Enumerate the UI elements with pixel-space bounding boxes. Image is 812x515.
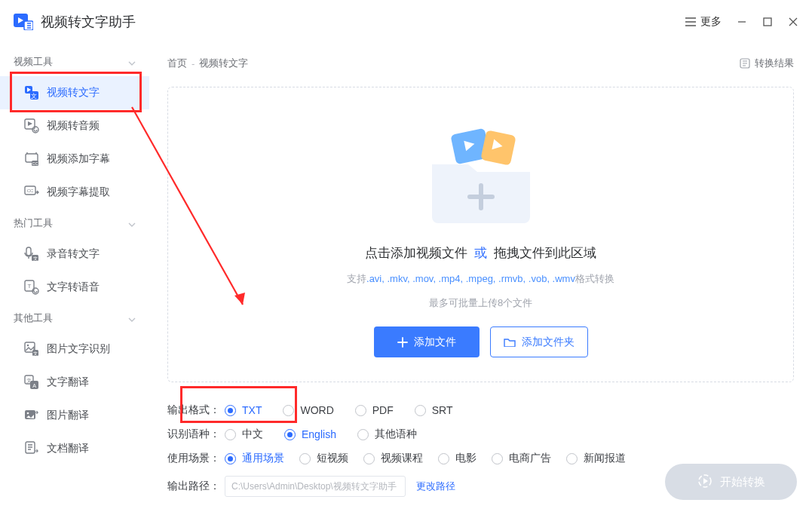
- sidebar-item-icon: 文A: [24, 375, 39, 390]
- radio-option[interactable]: 电影: [438, 452, 476, 465]
- sidebar-item-label: 视频转文字: [47, 86, 100, 100]
- dz-title-or: 或: [474, 246, 487, 260]
- sidebar-group-title[interactable]: 热门工具: [0, 209, 149, 238]
- sidebar-item-label: 文字翻译: [47, 376, 89, 389]
- svg-text:A: A: [32, 383, 36, 388]
- conversion-result-link[interactable]: 转换结果: [740, 57, 794, 70]
- radio-label: SRT: [432, 404, 453, 416]
- drop-zone-max: 最多可批量上传8个文件: [429, 296, 532, 310]
- drop-zone-title: 点击添加视频文件 或 拖拽文件到此区域: [365, 244, 596, 262]
- radio-ring-icon: [363, 453, 375, 464]
- drop-zone-formats: 支持.avi, .mkv, .mov, .mp4, .mpeg, .rmvb, …: [347, 272, 614, 286]
- sidebar-group-title[interactable]: 其他工具: [0, 304, 149, 333]
- chevron-down-icon: [128, 57, 136, 68]
- sidebar-item[interactable]: 图片翻译: [0, 399, 149, 432]
- folder-icon: [504, 337, 516, 347]
- add-folder-label: 添加文件夹: [522, 336, 575, 349]
- radio-option[interactable]: PDF: [355, 404, 394, 416]
- sidebar-item-icon: 文: [24, 247, 39, 262]
- dz-formats-pre: 支持: [347, 273, 366, 284]
- sidebar-item-label: 图片翻译: [47, 409, 89, 422]
- radio-label: 电影: [455, 452, 476, 465]
- convert-label: 开始转换: [720, 475, 765, 489]
- content-area: 首页 - 视频转文字 转换结果 点击添加视频文件: [149, 43, 812, 515]
- radio-option[interactable]: 视频课程: [363, 452, 423, 465]
- svg-marker-9: [28, 121, 32, 126]
- radio-ring-icon: [225, 429, 236, 440]
- sidebar-item[interactable]: 文档翻译: [0, 432, 149, 465]
- radio-option[interactable]: 其他语种: [357, 428, 417, 441]
- language-label: 识别语种：: [167, 428, 225, 441]
- sidebar-item-icon: 文: [24, 342, 39, 357]
- radio-option[interactable]: 通用场景: [225, 452, 284, 465]
- radio-option[interactable]: 中文: [225, 428, 263, 441]
- add-file-button[interactable]: 添加文件: [374, 326, 480, 357]
- radio-option[interactable]: English: [284, 428, 336, 440]
- close-button[interactable]: [788, 17, 798, 27]
- sidebar-item[interactable]: 文图片文字识别: [0, 333, 149, 366]
- dz-title-post: 拖拽文件到此区域: [494, 246, 596, 260]
- scene-radios: 通用场景短视频视频课程电影电商广告新闻报道: [225, 452, 626, 465]
- change-path-link[interactable]: 更改路径: [416, 480, 455, 493]
- radio-label: English: [302, 428, 336, 440]
- drop-zone-illustration: [417, 127, 545, 225]
- sidebar-item[interactable]: CC视频字幕提取: [0, 176, 149, 209]
- sidebar-item-icon: [24, 118, 39, 133]
- radio-label: 中文: [242, 428, 263, 441]
- start-convert-button[interactable]: 开始转换: [665, 464, 797, 500]
- minimize-button[interactable]: [737, 17, 747, 27]
- sidebar-item-label: 视频转音频: [47, 119, 100, 133]
- output-path-label: 输出路径：: [167, 480, 225, 493]
- sidebar-item[interactable]: CC视频添加字幕: [0, 143, 149, 176]
- svg-text:文: 文: [31, 93, 37, 100]
- chevron-down-icon: [128, 313, 136, 324]
- sidebar-item[interactable]: T文字转语音: [0, 271, 149, 304]
- sidebar-item[interactable]: 文A文字翻译: [0, 366, 149, 399]
- radio-option[interactable]: WORD: [283, 404, 333, 416]
- sidebar-item-icon: T: [24, 280, 39, 295]
- radio-option[interactable]: SRT: [415, 404, 453, 416]
- sidebar-group-title[interactable]: 视频工具: [0, 48, 149, 76]
- more-button[interactable]: 更多: [685, 15, 722, 29]
- svg-text:CC: CC: [27, 189, 34, 193]
- breadcrumb-current: 视频转文字: [199, 57, 248, 70]
- radio-ring-icon: [299, 453, 311, 464]
- app-title: 视频转文字助手: [41, 13, 136, 31]
- breadcrumb: 首页 - 视频转文字 转换结果: [167, 57, 794, 70]
- svg-text:文: 文: [33, 256, 38, 261]
- output-path-input[interactable]: [225, 476, 406, 497]
- sidebar-item[interactable]: 视频转音频: [0, 109, 149, 143]
- radio-label: 短视频: [317, 452, 348, 465]
- maximize-button[interactable]: [762, 17, 773, 27]
- radio-ring-icon: [438, 453, 449, 464]
- svg-rect-3: [764, 18, 771, 26]
- radio-ring-icon: [492, 453, 503, 464]
- sidebar-item-label: 文档翻译: [47, 442, 89, 455]
- sidebar-item-label: 图片文字识别: [47, 342, 110, 356]
- radio-label: WORD: [300, 404, 333, 416]
- radio-option[interactable]: 新闻报道: [566, 452, 626, 465]
- sidebar-item-label: 文字转语音: [47, 280, 100, 294]
- svg-rect-36: [480, 130, 516, 165]
- radio-label: TXT: [242, 404, 262, 416]
- sidebar-item[interactable]: 文录音转文字: [0, 238, 149, 271]
- output-format-row: 输出格式： TXTWORDPDFSRT: [167, 403, 794, 417]
- radio-label: 电商广告: [509, 452, 551, 465]
- logo-wrap: 视频转文字助手: [14, 13, 136, 31]
- radio-option[interactable]: TXT: [225, 404, 262, 416]
- language-row: 识别语种： 中文English其他语种: [167, 428, 794, 441]
- radio-label: 新闻报道: [584, 452, 626, 465]
- result-link-label: 转换结果: [755, 57, 794, 70]
- breadcrumb-sep: -: [192, 58, 195, 69]
- drop-zone[interactable]: 点击添加视频文件 或 拖拽文件到此区域 支持.avi, .mkv, .mov, …: [167, 87, 794, 382]
- add-folder-button[interactable]: 添加文件夹: [490, 326, 588, 357]
- radio-option[interactable]: 电商广告: [492, 452, 551, 465]
- breadcrumb-home[interactable]: 首页: [167, 57, 187, 70]
- radio-ring-icon: [566, 453, 578, 464]
- sidebar-item[interactable]: 文视频转文字: [0, 76, 149, 109]
- svg-text:文: 文: [33, 351, 38, 356]
- radio-option[interactable]: 短视频: [299, 452, 348, 465]
- title-bar: 视频转文字助手 更多: [0, 0, 812, 43]
- svg-point-31: [27, 412, 29, 415]
- add-file-label: 添加文件: [414, 336, 456, 349]
